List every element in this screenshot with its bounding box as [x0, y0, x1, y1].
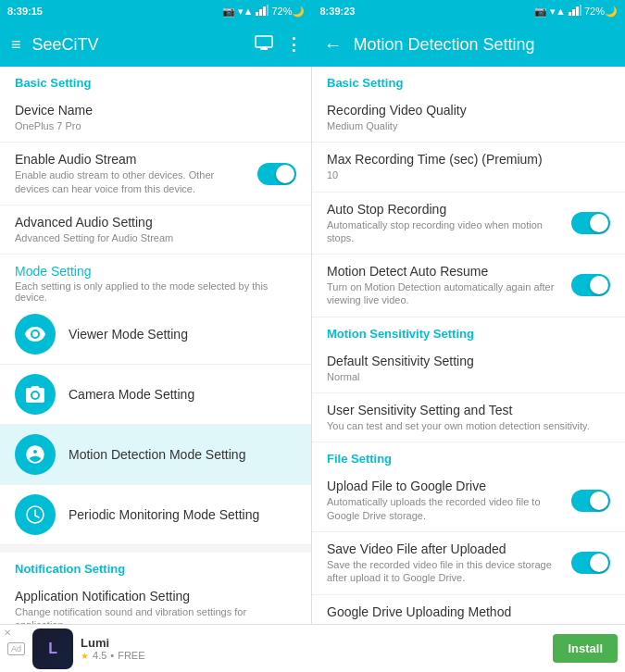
advanced-audio-item[interactable]: Advanced Audio Setting Advanced Setting … [0, 205, 311, 255]
camera-mode-icon [15, 374, 56, 415]
recording-quality-label: Recording Video Quality [327, 103, 610, 118]
svg-point-11 [32, 392, 38, 398]
periodic-monitoring-mode-label: Periodic Monitoring Mode Setting [69, 507, 259, 522]
hamburger-menu-icon[interactable]: ≡ [11, 35, 21, 55]
wifi-icon2: ▾▲ [550, 6, 566, 18]
motion-detect-auto-resume-item[interactable]: Motion Detect Auto Resume Turn on Motion… [312, 255, 625, 317]
motion-detect-auto-resume-toggle[interactable] [571, 274, 610, 296]
max-recording-time-label: Max Recording Time (sec) (Premium) [327, 152, 610, 167]
ad-close-x-icon[interactable]: ✕ [4, 628, 11, 638]
svg-rect-2 [263, 6, 266, 16]
camera-status-icon2: 📷 [534, 6, 547, 18]
save-video-file-item[interactable]: Save Video File after Uploaded Save the … [312, 532, 625, 595]
motion-sensitivity-header: Motion Sensitivity Setting [312, 317, 625, 344]
ad-thumbnail: L [32, 628, 73, 669]
motion-detection-mode-label: Motion Detection Mode Setting [69, 447, 245, 462]
right-status-icons: 📷 ▾▲ 72%🌙 [534, 5, 618, 18]
battery-icon2: 72%🌙 [584, 6, 618, 18]
right-status-bar: 8:39:23 📷 ▾▲ 72%🌙 [313, 0, 626, 22]
auto-stop-recording-toggle[interactable] [571, 212, 610, 234]
left-status-icons: 📷 ▾▲ 72%🌙 [222, 5, 306, 18]
auto-stop-recording-sublabel: Automatically stop recording video when … [327, 218, 564, 245]
google-drive-upload-method-item[interactable]: Google Drive Uploading Method Method 2 (… [312, 595, 625, 624]
default-sensitivity-item[interactable]: Default Sensitivity Setting Normal [312, 344, 625, 393]
audio-stream-label: Enable Audio Stream [15, 152, 250, 167]
viewer-mode-icon [15, 314, 56, 355]
app-notification-label: Application Notification Setting [15, 589, 296, 604]
svg-rect-5 [572, 9, 575, 16]
save-video-file-sublabel: Save the recorded video file in this dev… [327, 558, 564, 585]
user-sensitivity-label: User Sensitivity Setting and Test [327, 403, 610, 417]
ad-title: Lumi [81, 636, 545, 650]
right-app-header: ← Motion Detection Setting [313, 22, 626, 67]
app-notification-sublabel: Change notification sound and vibration … [15, 605, 296, 624]
battery-icon: 72%🌙 [271, 6, 305, 18]
mode-setting-header: Mode Setting Each setting is only applie… [0, 255, 311, 305]
left-time: 8:39:15 [7, 6, 43, 17]
right-panel: Basic Setting Recording Video Quality Me… [312, 67, 625, 624]
advanced-audio-label: Advanced Audio Setting [15, 215, 296, 230]
right-basic-setting-header: Basic Setting [312, 67, 625, 93]
cast-icon[interactable] [254, 34, 274, 55]
save-video-file-toggle[interactable] [571, 552, 610, 574]
periodic-monitoring-mode-item[interactable]: Periodic Monitoring Mode Setting [0, 485, 311, 545]
signal-icon2 [569, 5, 581, 18]
upload-google-drive-toggle[interactable] [571, 490, 610, 512]
left-app-header: ≡ SeeCiTV ⋮ [0, 22, 313, 67]
left-basic-setting-header: Basic Setting [0, 67, 311, 93]
camera-mode-label: Camera Mode Setting [69, 387, 194, 402]
motion-detection-mode-item[interactable]: Motion Detection Mode Setting [0, 425, 311, 485]
recording-quality-value: Medium Quality [327, 119, 610, 132]
default-sensitivity-value: Normal [327, 370, 610, 383]
camera-mode-item[interactable]: Camera Mode Setting [0, 365, 311, 425]
svg-rect-3 [267, 5, 269, 16]
advanced-audio-sublabel: Advanced Setting for Audio Stream [15, 231, 296, 244]
audio-stream-toggle[interactable] [257, 163, 296, 185]
recording-quality-item[interactable]: Recording Video Quality Medium Quality [312, 93, 625, 143]
audio-stream-sublabel: Enable audio stream to other devices. Ot… [15, 168, 250, 195]
viewer-mode-label: Viewer Mode Setting [69, 327, 188, 342]
device-name-item[interactable]: Device Name OnePlus 7 Pro [0, 93, 311, 143]
back-icon[interactable]: ← [324, 34, 343, 56]
user-sensitivity-item[interactable]: User Sensitivity Setting and Test You ca… [312, 393, 625, 442]
signal-icon [256, 5, 269, 18]
app-headers: ≡ SeeCiTV ⋮ ← Motion Detection Setting [0, 22, 625, 67]
wifi-icon: ▾▲ [238, 6, 254, 18]
camera-status-icon: 📷 [222, 6, 235, 18]
auto-stop-recording-item[interactable]: Auto Stop Recording Automatically stop r… [312, 193, 625, 255]
audio-stream-item[interactable]: Enable Audio Stream Enable audio stream … [0, 143, 311, 205]
svg-rect-9 [260, 48, 268, 50]
google-drive-upload-method-label: Google Drive Uploading Method [327, 604, 610, 619]
left-app-title: SeeCiTV [32, 35, 99, 55]
ad-label: Ad [7, 642, 25, 655]
save-video-file-label: Save Video File after Uploaded [327, 541, 564, 556]
left-panel: Basic Setting Device Name OnePlus 7 Pro … [0, 67, 312, 624]
motion-detect-auto-resume-sublabel: Turn on Motion Detection automatically a… [327, 280, 564, 307]
panels-wrapper: Basic Setting Device Name OnePlus 7 Pro … [0, 67, 625, 624]
ad-star-icon: ★ [81, 651, 89, 661]
status-bars: 8:39:15 📷 ▾▲ 72%🌙 8:39:23 📷 ▾▲ 72%🌙 [0, 0, 625, 22]
left-header-icons: ⋮ [254, 34, 302, 55]
app-notification-item[interactable]: Application Notification Setting Change … [0, 579, 311, 624]
max-recording-time-item[interactable]: Max Recording Time (sec) (Premium) 10 [312, 143, 625, 192]
divider1 [0, 545, 311, 553]
ad-rating: 4.5 [93, 650, 106, 661]
svg-rect-10 [262, 46, 266, 48]
ad-banner: ✕ Ad L Lumi ★ 4.5 • FREE Install [0, 624, 625, 672]
mode-setting-label: Mode Setting [15, 264, 296, 279]
more-options-icon[interactable]: ⋮ [285, 34, 302, 55]
svg-rect-4 [569, 12, 571, 16]
ad-rating-label: FREE [118, 650, 144, 661]
svg-rect-8 [256, 36, 272, 47]
motion-detection-mode-icon [15, 434, 56, 475]
motion-detect-auto-resume-label: Motion Detect Auto Resume [327, 264, 564, 279]
upload-google-drive-item[interactable]: Upload File to Google Drive Automaticall… [312, 469, 625, 532]
ad-separator: • [110, 650, 114, 661]
viewer-mode-item[interactable]: Viewer Mode Setting [0, 305, 311, 365]
ad-install-button[interactable]: Install [553, 634, 618, 663]
device-name-label: Device Name [15, 103, 296, 118]
device-name-value: OnePlus 7 Pro [15, 119, 296, 132]
auto-stop-recording-label: Auto Stop Recording [327, 202, 564, 217]
ad-meta: ★ 4.5 • FREE [81, 650, 545, 661]
svg-rect-6 [576, 6, 579, 16]
